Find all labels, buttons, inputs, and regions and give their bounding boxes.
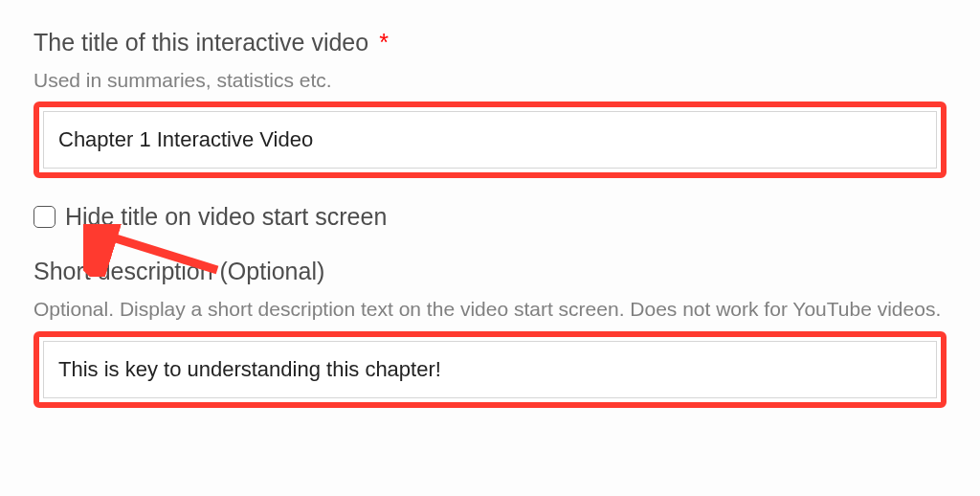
title-label-text: The title of this interactive video xyxy=(33,29,368,56)
short-description-field-group: Short description (Optional) Optional. D… xyxy=(33,258,947,407)
title-input[interactable] xyxy=(43,111,937,169)
required-asterisk: * xyxy=(379,29,389,56)
hide-title-checkbox[interactable] xyxy=(33,206,56,228)
title-label: The title of this interactive video * xyxy=(33,29,947,56)
short-description-input-highlight xyxy=(33,331,947,408)
hide-title-label[interactable]: Hide title on video start screen xyxy=(65,203,387,231)
title-field-group: The title of this interactive video * Us… xyxy=(33,29,947,178)
short-description-label: Short description (Optional) xyxy=(33,258,947,285)
short-description-input[interactable] xyxy=(43,341,937,398)
title-input-highlight xyxy=(33,101,947,178)
hide-title-row: Hide title on video start screen xyxy=(33,203,947,231)
short-description-hint: Optional. Display a short description te… xyxy=(33,295,947,323)
title-hint: Used in summaries, statistics etc. xyxy=(33,66,947,94)
